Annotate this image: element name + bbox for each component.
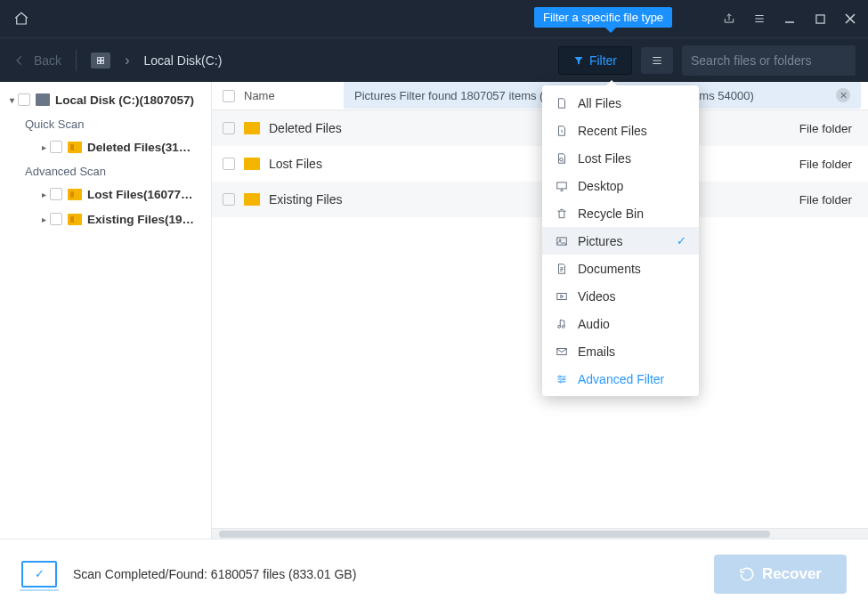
checkbox[interactable] <box>50 188 62 200</box>
main-area: ▾ Local Disk (C:)(1807057) Quick Scan ▸ … <box>0 82 868 539</box>
tree-root[interactable]: ▾ Local Disk (C:)(1807057) <box>0 87 211 112</box>
maximize-icon[interactable] <box>813 12 827 26</box>
file-name: Deleted Files <box>269 121 799 135</box>
check-icon: ✓ <box>677 234 686 247</box>
back-label: Back <box>34 53 61 68</box>
tree-item-label: Lost Files(16077… <box>87 188 193 201</box>
checkbox[interactable] <box>18 93 30 106</box>
breadcrumb-separator: › <box>125 53 129 69</box>
toolbar: Back › Local Disk(C:) Filter <box>0 37 868 82</box>
svg-rect-4 <box>98 61 100 63</box>
filter-option-lost-files[interactable]: Lost Files <box>542 144 699 172</box>
search-input[interactable] <box>691 53 847 68</box>
filter-label: Filter <box>589 53 617 68</box>
close-icon[interactable] <box>843 12 857 26</box>
svg-rect-3 <box>101 58 103 60</box>
horizontal-scrollbar[interactable] <box>212 528 868 539</box>
filter-option-recycle-bin[interactable]: Recycle Bin <box>542 199 699 227</box>
svg-point-15 <box>559 376 561 377</box>
filter-option-desktop[interactable]: Desktop <box>542 172 699 199</box>
home-icon[interactable] <box>11 8 32 29</box>
chevron-right-icon[interactable]: ▸ <box>37 190 50 199</box>
select-all-checkbox[interactable] <box>223 90 235 102</box>
file-name: Existing Files <box>269 192 799 207</box>
breadcrumb[interactable]: Local Disk(C:) <box>143 53 222 68</box>
checkbox[interactable] <box>50 141 62 153</box>
file-type: File folder <box>799 158 857 171</box>
tree-item-label: Existing Files(19… <box>87 213 194 226</box>
footer: Scan Completed/Found: 6180057 files (833… <box>0 539 868 608</box>
menu-icon[interactable] <box>752 12 767 26</box>
window-controls <box>722 12 857 26</box>
content-pane: Name Pictures Filter found 1807057 items… <box>212 82 868 539</box>
svg-point-17 <box>560 380 562 382</box>
file-icon <box>555 96 569 110</box>
documents-icon <box>555 262 569 276</box>
svg-point-13 <box>562 325 564 328</box>
videos-icon <box>555 289 569 304</box>
file-type: File folder <box>799 122 857 135</box>
search-box[interactable] <box>682 45 856 76</box>
section-advanced-scan: Advanced Scan <box>0 159 211 182</box>
filter-option-pictures[interactable]: Pictures ✓ <box>542 227 699 255</box>
divider <box>76 50 77 71</box>
filter-button[interactable]: Filter <box>558 46 632 75</box>
recover-button[interactable]: Recover <box>714 555 847 594</box>
filter-option-recent-files[interactable]: Recent Files <box>542 117 699 144</box>
section-quick-scan: Quick Scan <box>0 112 211 134</box>
column-name[interactable]: Name <box>244 89 275 102</box>
file-type: File folder <box>799 193 857 207</box>
checkbox[interactable] <box>223 122 235 134</box>
chevron-down-icon[interactable]: ▾ <box>5 95 18 105</box>
filter-option-emails[interactable]: Emails <box>542 337 699 365</box>
svg-rect-2 <box>98 58 100 60</box>
tree-item-label: Deleted Files(31… <box>87 141 191 154</box>
filter-option-advanced[interactable]: Advanced Filter <box>542 365 699 393</box>
audio-icon <box>555 317 569 331</box>
minimize-icon[interactable] <box>783 12 797 26</box>
file-row[interactable]: Existing Files File folder <box>212 182 868 217</box>
chevron-right-icon[interactable]: ▸ <box>37 142 50 152</box>
chevron-right-icon[interactable]: ▸ <box>37 215 50 224</box>
back-button[interactable]: Back <box>12 53 61 68</box>
drive-icon <box>91 53 110 69</box>
tree-item[interactable]: ▸ Deleted Files(31… <box>0 134 211 159</box>
svg-point-12 <box>558 325 561 328</box>
filter-option-all-files[interactable]: All Files <box>542 89 699 117</box>
filter-tooltip: Filter a specific file type <box>534 7 672 28</box>
svg-rect-5 <box>101 61 103 63</box>
filter-option-videos[interactable]: Videos <box>542 282 699 310</box>
svg-rect-8 <box>557 182 567 188</box>
pictures-icon <box>555 234 569 248</box>
scan-complete-icon <box>21 561 57 588</box>
filter-option-audio[interactable]: Audio <box>542 310 699 337</box>
lost-icon <box>555 151 569 166</box>
recent-icon <box>555 124 569 138</box>
checkbox[interactable] <box>223 193 235 206</box>
file-name: Lost Files <box>269 157 799 171</box>
view-list-button[interactable] <box>641 47 673 74</box>
drive-icon <box>36 93 50 106</box>
checkbox[interactable] <box>223 158 235 170</box>
sliders-icon <box>555 372 569 386</box>
titlebar: Filter a specific file type <box>0 0 868 37</box>
svg-rect-11 <box>557 293 567 299</box>
folder-icon <box>68 142 82 153</box>
filter-dropdown: All Files Recent Files Lost Files Deskto… <box>542 85 699 396</box>
emails-icon <box>555 345 569 359</box>
tree-item[interactable]: ▸ Lost Files(16077… <box>0 182 211 207</box>
tree-item[interactable]: ▸ Existing Files(19… <box>0 207 211 231</box>
file-row[interactable]: Lost Files File folder <box>212 146 868 182</box>
filter-option-documents[interactable]: Documents <box>542 255 699 282</box>
svg-rect-14 <box>557 348 567 354</box>
share-icon[interactable] <box>722 12 736 26</box>
folder-icon <box>68 214 82 225</box>
tree-root-label: Local Disk (C:)(1807057) <box>55 93 194 107</box>
close-banner-icon[interactable]: ✕ <box>836 88 850 102</box>
folder-icon <box>244 122 260 134</box>
svg-rect-0 <box>815 14 823 22</box>
file-row[interactable]: Deleted Files File folder <box>212 110 868 146</box>
checkbox[interactable] <box>50 213 62 225</box>
desktop-icon <box>555 179 569 193</box>
folder-icon <box>244 193 260 206</box>
